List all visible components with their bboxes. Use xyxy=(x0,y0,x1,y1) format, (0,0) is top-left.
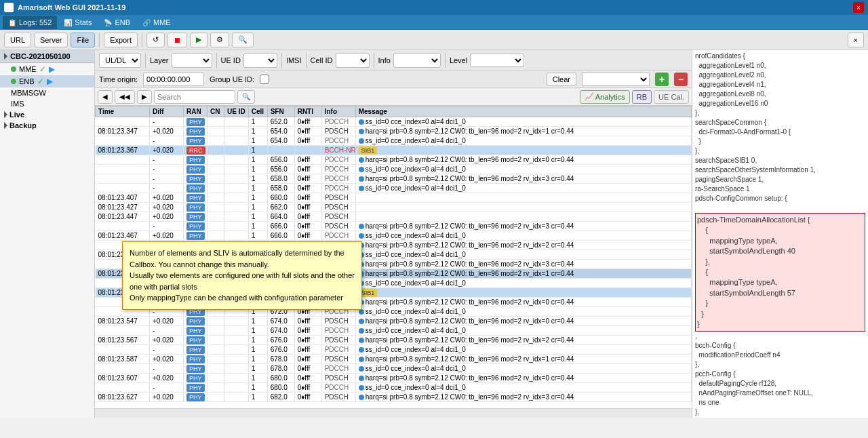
cell-cn xyxy=(208,155,224,165)
cell-sfn xyxy=(267,146,294,155)
table-row[interactable]: 08:01:23.567 +0.020 PHY 1 676.0 0♦fff PD… xyxy=(96,336,692,345)
clear-button[interactable]: Clear xyxy=(547,73,576,86)
table-row[interactable]: - PHY 1 656.0 0♦fff PDCCH harq=si prb=0.… xyxy=(96,155,692,165)
cell-rnti: 0♦fff xyxy=(294,393,321,402)
sidebar-collapse-icon[interactable] xyxy=(4,53,7,60)
remove-filter-button[interactable]: − xyxy=(674,73,688,86)
cell-info: PDSCH xyxy=(321,193,355,203)
search-input[interactable] xyxy=(154,90,235,104)
add-filter-button[interactable]: + xyxy=(655,73,669,86)
table-row[interactable]: 08:01:23.627 +0.020 PHY 1 682.0 0♦fff PD… xyxy=(96,393,692,402)
refresh-button[interactable]: ↺ xyxy=(146,33,165,47)
cell-info: PDCCH xyxy=(321,383,355,393)
table-row[interactable]: 08:01:23.587 +0.020 PHY 1 678.0 0♦fff PD… xyxy=(96,355,692,364)
stop-button[interactable]: ⏹ xyxy=(167,33,187,47)
cell-cell: 1 xyxy=(248,165,267,174)
ue-cal-button[interactable]: UE Cal. xyxy=(654,90,689,104)
tab-stats[interactable]: 📊 Stats xyxy=(58,16,97,29)
server-button[interactable]: Server xyxy=(34,33,68,47)
sep6 xyxy=(306,53,307,68)
rb-button[interactable]: RB xyxy=(632,90,652,104)
cell-cn xyxy=(208,336,224,345)
cell-sfn: 682.0 xyxy=(267,393,294,402)
group-ue-checkbox[interactable] xyxy=(260,75,269,84)
cell-sfn: 680.0 xyxy=(267,383,294,393)
table-row[interactable]: - PHY 1 654.0 0♦fff PDCCH ss_id=0 cce_in… xyxy=(96,136,692,146)
table-row[interactable]: 08:01:23.547 +0.020 PHY 1 674.0 0♦fff PD… xyxy=(96,317,692,326)
filter-button[interactable]: 🔍 xyxy=(232,33,254,47)
cell-time xyxy=(96,136,150,146)
sidebar-header: CBC-2021050100 xyxy=(0,50,94,63)
tab-mme[interactable]: 🔗 MME xyxy=(137,16,176,29)
settings-button[interactable]: ⚙ xyxy=(210,33,229,47)
table-row[interactable]: - PHY 1 652.0 0♦fff PDCCH ss_id=0 cce_in… xyxy=(96,117,692,127)
table-row[interactable]: - PHY 1 666.0 0♦fff PDSCH harq=si prb=0.… xyxy=(96,222,692,231)
cell-time: 08:01:23.347 xyxy=(96,127,150,136)
sidebar-item-mme[interactable]: MME ✓ ▶ xyxy=(0,63,94,75)
file-button[interactable]: File xyxy=(71,33,95,47)
cell-cn xyxy=(208,222,224,231)
first-btn[interactable]: ◀◀ xyxy=(115,90,135,104)
cell-ueid xyxy=(224,345,249,355)
cell-sfn: 674.0 xyxy=(267,317,294,326)
sidebar-group-live[interactable]: Live xyxy=(0,109,94,120)
tab-bar: 📋 Logs: 552 📊 Stats 📡 ENB 🔗 MME xyxy=(0,15,868,30)
search-icon-btn[interactable]: 🔍 xyxy=(237,90,255,104)
main-layout: CBC-2021050100 MME ✓ ▶ ENB ✓ ▶ MBMSGW IM… xyxy=(0,50,868,418)
enb-play-icon[interactable]: ▶ xyxy=(47,77,53,86)
cell-diff: +0.020 xyxy=(150,355,184,364)
table-row[interactable]: - PHY 1 658.0 0♦fff PDCCH ss_id=0 cce_in… xyxy=(96,184,692,193)
cell-rnti: 0♦fff xyxy=(294,231,321,241)
level-select[interactable] xyxy=(470,54,524,67)
cell-sfn: 666.0 xyxy=(267,222,294,231)
table-row[interactable]: 08:01:23.447 +0.020 PHY 1 664.0 0♦fff PD… xyxy=(96,212,692,222)
table-row[interactable]: 08:01:23.607 +0.020 PHY 1 680.0 0♦fff PD… xyxy=(96,374,692,383)
table-row[interactable]: 08:01:23.467 +0.020 PHY 1 666.0 0♦fff PD… xyxy=(96,231,692,241)
cellid-select[interactable] xyxy=(336,53,370,68)
cell-rnti: 0♦fff xyxy=(294,364,321,374)
prev-btn[interactable]: ◀ xyxy=(98,90,113,104)
table-row[interactable]: 08:01:23.367 +0.020 RRC 1 BCCH-NR SIB1 xyxy=(96,146,692,155)
sidebar-item-mbmsgw[interactable]: MBMSGW xyxy=(0,87,94,98)
table-row[interactable]: - PHY 1 658.0 0♦fff PDCCH harq=si prb=0.… xyxy=(96,174,692,184)
cell-cell: 1 xyxy=(248,174,267,184)
cell-cell: 1 xyxy=(248,374,267,383)
url-button[interactable]: URL xyxy=(4,33,31,47)
cell-sfn: 680.0 xyxy=(267,374,294,383)
time-origin-input[interactable] xyxy=(143,73,204,86)
sidebar-item-ims[interactable]: IMS xyxy=(0,98,94,109)
analytics-button[interactable]: 📈 Analytics xyxy=(580,90,630,104)
table-row[interactable]: 08:01:23.427 +0.020 PHY 1 662.0 0♦fff PD… xyxy=(96,203,692,212)
play-button[interactable]: ▶ xyxy=(190,33,208,47)
cell-cn xyxy=(208,184,224,193)
layer-select[interactable] xyxy=(172,53,212,68)
table-row[interactable]: - PHY 1 680.0 0♦fff PDCCH ss_id=0 cce_in… xyxy=(96,383,692,393)
table-row[interactable]: - PHY 1 676.0 0♦fff PDCCH ss_id=0 cce_in… xyxy=(96,345,692,355)
cell-sfn: 674.0 xyxy=(267,326,294,336)
cell-sfn: 654.0 xyxy=(267,136,294,146)
tab-logs[interactable]: 📋 Logs: 552 xyxy=(3,16,57,29)
export-button[interactable]: Export xyxy=(104,33,138,47)
sidebar-item-enb[interactable]: ENB ✓ ▶ xyxy=(0,75,94,87)
next-btn[interactable]: ▶ xyxy=(137,90,152,104)
sidebar-group-backup[interactable]: Backup xyxy=(0,120,94,131)
mme-play-icon[interactable]: ▶ xyxy=(49,64,55,74)
cell-cell: 1 xyxy=(248,155,267,165)
cell-rnti: 0♦fff xyxy=(294,355,321,364)
table-row[interactable]: 08:01:23.407 +0.020 PHY 1 660.0 0♦fff PD… xyxy=(96,193,692,203)
table-row[interactable]: - PHY 1 674.0 0♦fff PDCCH ss_id=0 cce_in… xyxy=(96,326,692,336)
filter-select[interactable] xyxy=(582,73,650,86)
cell-sfn: 678.0 xyxy=(267,355,294,364)
tab-enb[interactable]: 📡 ENB xyxy=(98,16,136,29)
ul-dl-select[interactable]: UL/DLDL xyxy=(99,53,141,68)
table-row[interactable]: - PHY 1 656.0 0♦fff PDCCH ss_id=0 cce_in… xyxy=(96,165,692,174)
cell-diff: +0.020 xyxy=(150,231,184,241)
bottom-scrollbar[interactable] xyxy=(95,408,692,418)
close-panel-button[interactable]: × xyxy=(848,33,864,47)
info-select[interactable] xyxy=(393,53,441,68)
table-row[interactable]: - PHY 1 678.0 0♦fff PDCCH ss_id=0 cce_in… xyxy=(96,364,692,374)
table-row[interactable]: 08:01:23.347 +0.020 PHY 1 654.0 0♦fff PD… xyxy=(96,127,692,136)
close-button[interactable]: × xyxy=(853,2,864,13)
cell-time xyxy=(96,364,150,374)
ueid-select[interactable] xyxy=(243,53,277,68)
